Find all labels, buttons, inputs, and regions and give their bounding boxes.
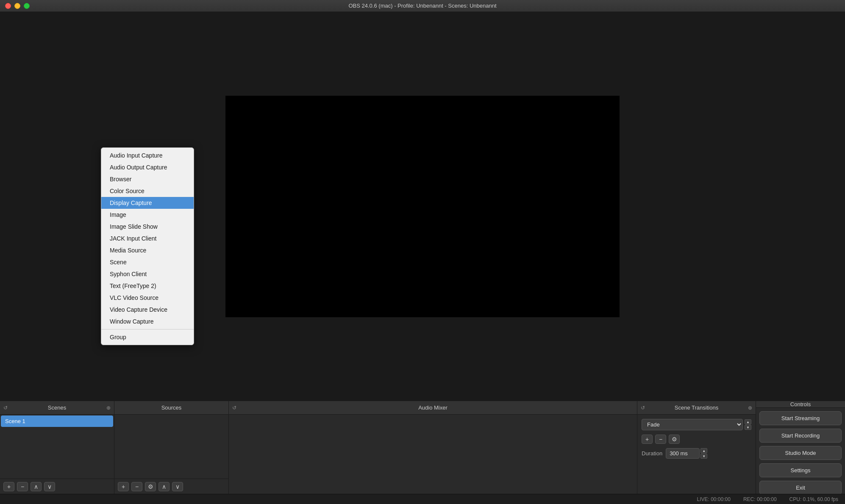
exit-button[interactable]: Exit <box>759 481 842 495</box>
menu-item-group[interactable]: Group <box>101 331 194 343</box>
scene-item[interactable]: Scene 1 <box>1 415 113 427</box>
sources-content <box>114 415 228 479</box>
transitions-icon-right: ⊕ <box>748 405 752 411</box>
sources-down-button[interactable]: ∨ <box>172 482 183 491</box>
studio-mode-button[interactable]: Studio Mode <box>759 446 842 460</box>
audio-icon-left: ↺ <box>232 405 236 411</box>
scenes-icon-right: ⊕ <box>106 405 111 411</box>
menu-item-media-source[interactable]: Media Source <box>101 244 194 256</box>
menu-item-vlc-video-source[interactable]: VLC Video Source <box>101 292 194 304</box>
controls-content: Start StreamingStart RecordingStudio Mod… <box>756 408 845 496</box>
controls-label: Controls <box>790 401 811 407</box>
sources-remove-button[interactable]: − <box>131 482 142 491</box>
transition-select-row: Fade ▲ ▼ <box>642 419 751 430</box>
menu-item-image[interactable]: Image <box>101 209 194 221</box>
transition-remove-button[interactable]: − <box>655 435 666 444</box>
status-rec: REC: 00:00:00 <box>743 496 777 502</box>
scenes-add-button[interactable]: + <box>3 482 14 491</box>
menu-item-window-capture[interactable]: Window Capture <box>101 316 194 327</box>
status-live: LIVE: 00:00:00 <box>697 496 730 502</box>
menu-item-video-capture-device[interactable]: Video Capture Device <box>101 304 194 316</box>
audio-mixer-header: ↺ Audio Mixer <box>229 401 637 415</box>
sources-settings-button[interactable]: ⚙ <box>145 482 156 491</box>
menu-item-text-freetype2[interactable]: Text (FreeType 2) <box>101 280 194 292</box>
menu-item-scene[interactable]: Scene <box>101 256 194 268</box>
sources-add-button[interactable]: + <box>118 482 129 491</box>
preview-area: Audio Input CaptureAudio Output CaptureB… <box>0 12 845 401</box>
duration-spin: ▲ ▼ <box>700 448 707 459</box>
status-cpu: CPU: 0.1%, 60.00 fps <box>789 496 838 502</box>
transitions-panel: ↺ Scene Transitions ⊕ Fade ▲ ▼ + − <box>637 401 756 494</box>
sources-up-button[interactable]: ∧ <box>158 482 170 491</box>
scenes-toolbar: + − ∧ ∨ <box>0 479 114 494</box>
menu-item-syphon-client[interactable]: Syphon Client <box>101 268 194 280</box>
close-button[interactable] <box>5 3 11 9</box>
main-container: Audio Input CaptureAudio Output CaptureB… <box>0 12 845 504</box>
menu-item-audio-input-capture[interactable]: Audio Input Capture <box>101 150 194 161</box>
audio-mixer-panel: ↺ Audio Mixer <box>229 401 637 494</box>
scenes-down-button[interactable]: ∨ <box>44 482 55 491</box>
menu-item-browser[interactable]: Browser <box>101 173 194 185</box>
transition-add-button[interactable]: + <box>642 435 653 444</box>
sources-header: Sources <box>114 401 228 415</box>
controls-panel: Controls Start StreamingStart RecordingS… <box>756 401 845 494</box>
settings-button[interactable]: Settings <box>759 463 842 477</box>
menu-item-color-source[interactable]: Color Source <box>101 185 194 197</box>
sources-toolbar: + − ⚙ ∧ ∨ <box>114 479 228 494</box>
transition-settings-button[interactable]: ⚙ <box>669 435 680 444</box>
duration-row: Duration ▲ ▼ <box>642 448 751 459</box>
sources-label: Sources <box>161 404 182 411</box>
transition-select[interactable]: Fade <box>642 419 743 430</box>
titlebar: OBS 24.0.6 (mac) - Profile: Unbenannt - … <box>0 0 845 12</box>
transitions-label: Scene Transitions <box>675 404 718 411</box>
duration-input-wrap: ▲ ▼ <box>666 448 707 459</box>
duration-label: Duration <box>642 450 662 457</box>
audio-content <box>229 415 637 494</box>
scenes-remove-button[interactable]: − <box>17 482 28 491</box>
scenes-panel: ↺ Scenes ⊕ Scene 1 + − ∧ ∨ <box>0 401 114 494</box>
context-menu: Audio Input CaptureAudio Output CaptureB… <box>101 147 194 345</box>
duration-spin-up[interactable]: ▲ <box>700 448 707 453</box>
minimize-button[interactable] <box>14 3 20 9</box>
bottom-panel: ↺ Scenes ⊕ Scene 1 + − ∧ ∨ Sources + − <box>0 401 845 494</box>
sources-panel: Sources + − ⚙ ∧ ∨ <box>114 401 229 494</box>
transitions-icon-left: ↺ <box>641 405 645 411</box>
scenes-label: Scenes <box>48 404 66 411</box>
menu-item-jack-input-client[interactable]: JACK Input Client <box>101 233 194 244</box>
scenes-header: ↺ Scenes ⊕ <box>0 401 114 415</box>
transitions-content: Fade ▲ ▼ + − ⚙ Duration <box>637 415 756 494</box>
preview-canvas <box>225 96 620 317</box>
window-title: OBS 24.0.6 (mac) - Profile: Unbenannt - … <box>348 3 496 9</box>
audio-mixer-label: Audio Mixer <box>418 404 448 411</box>
transitions-header: ↺ Scene Transitions ⊕ <box>637 401 756 415</box>
scenes-list: Scene 1 <box>0 415 114 479</box>
window-controls <box>5 3 30 9</box>
menu-divider <box>101 329 194 330</box>
transition-spin-down[interactable]: ▼ <box>745 425 751 430</box>
status-bar: LIVE: 00:00:00 REC: 00:00:00 CPU: 0.1%, … <box>0 494 845 504</box>
transition-spin: ▲ ▼ <box>745 419 751 430</box>
menu-item-image-slide-show[interactable]: Image Slide Show <box>101 221 194 233</box>
transition-toolbar: + − ⚙ <box>642 435 751 444</box>
menu-item-display-capture[interactable]: Display Capture <box>101 197 194 209</box>
maximize-button[interactable] <box>24 3 30 9</box>
start-recording-button[interactable]: Start Recording <box>759 429 842 443</box>
scenes-up-button[interactable]: ∧ <box>31 482 42 491</box>
scenes-icon-left: ↺ <box>3 405 8 411</box>
menu-item-audio-output-capture[interactable]: Audio Output Capture <box>101 161 194 173</box>
duration-spin-down[interactable]: ▼ <box>700 454 707 459</box>
duration-input[interactable] <box>666 448 700 459</box>
transition-spin-up[interactable]: ▲ <box>745 419 751 424</box>
controls-header: Controls <box>756 401 845 408</box>
start-streaming-button[interactable]: Start Streaming <box>759 411 842 425</box>
